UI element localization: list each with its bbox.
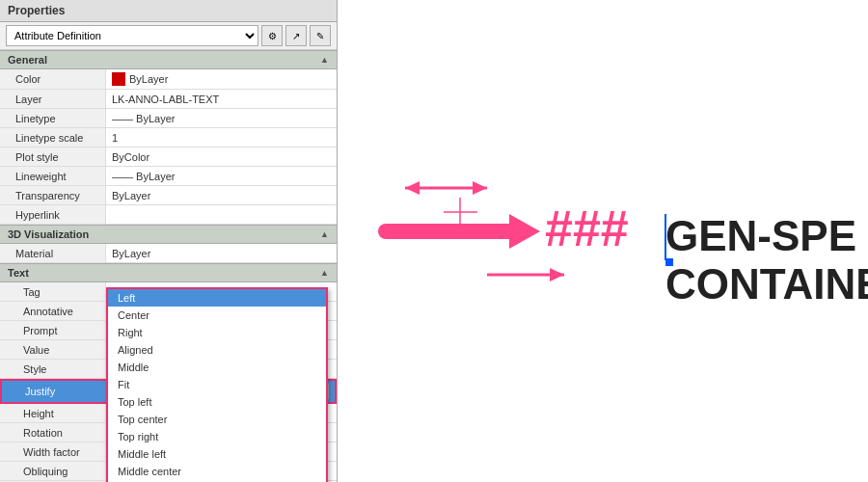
canvas-svg: ### GEN-SPE CONTAINER: [338, 0, 868, 482]
layer-row: Layer LK-ANNO-LABL-TEXT: [0, 90, 337, 109]
linetype-row: Linetype —— ByLayer: [0, 109, 337, 128]
layer-label: Layer: [0, 90, 106, 108]
lineweight-row: Lineweight —— ByLayer: [0, 167, 337, 186]
value-label: Value: [0, 340, 106, 359]
properties-btn-3[interactable]: ✎: [310, 25, 331, 46]
style-label: Style: [0, 360, 106, 378]
material-value[interactable]: ByLayer: [106, 244, 337, 262]
3d-section-header[interactable]: 3D Visualization ▲: [0, 225, 337, 244]
dropdown-item-middle-left[interactable]: Middle left: [108, 445, 326, 463]
general-label: General: [8, 54, 47, 66]
svg-text:###: ###: [545, 201, 629, 256]
properties-btn-2[interactable]: ↗: [285, 25, 307, 46]
text-section-header[interactable]: Text ▲: [0, 263, 337, 282]
width-factor-label: Width factor: [0, 442, 106, 461]
justify-label: Justify: [2, 381, 108, 402]
dropdown-item-middle-center[interactable]: Middle center: [108, 463, 326, 480]
svg-marker-4: [473, 181, 487, 195]
height-label: Height: [0, 404, 106, 422]
linetype-scale-row: Linetype scale 1: [0, 128, 337, 147]
dropdown-item-fit[interactable]: Fit: [108, 376, 326, 393]
linetype-label: Linetype: [0, 109, 106, 127]
obliquing-label: Obliquing: [0, 462, 106, 480]
svg-marker-3: [405, 181, 420, 195]
material-row: Material ByLayer: [0, 244, 337, 263]
color-value[interactable]: ByLayer: [106, 69, 337, 89]
transparency-value[interactable]: ByLayer: [106, 186, 337, 204]
svg-text:CONTAINER: CONTAINER: [665, 260, 868, 308]
lineweight-label: Lineweight: [0, 167, 106, 185]
linetype-scale-value[interactable]: 1: [106, 128, 337, 147]
color-swatch: [112, 72, 125, 86]
general-section-header[interactable]: General ▲: [0, 50, 337, 69]
tag-label: Tag: [0, 282, 106, 301]
transparency-label: Transparency: [0, 186, 106, 204]
dropdown-item-top-right[interactable]: Top right: [108, 428, 326, 445]
svg-marker-8: [550, 268, 564, 281]
dropdown-item-right[interactable]: Right: [108, 324, 326, 341]
properties-panel: Properties Attribute Definition ⚙ ↗ ✎ Ge…: [0, 0, 338, 482]
svg-marker-6: [509, 214, 540, 249]
dropdown-item-top-left[interactable]: Top left: [108, 393, 326, 411]
annotative-label: Annotative: [0, 302, 106, 320]
material-label: Material: [0, 244, 106, 262]
justify-dropdown-list[interactable]: Left Center Right Aligned Middle Fit Top…: [106, 287, 328, 482]
lineweight-value[interactable]: —— ByLayer: [106, 167, 337, 185]
linetype-value[interactable]: —— ByLayer: [106, 109, 337, 127]
rotation-label: Rotation: [0, 423, 106, 442]
3d-collapse-arrow: ▲: [320, 229, 329, 239]
properties-btn-1[interactable]: ⚙: [261, 25, 283, 46]
toolbar-row: Attribute Definition ⚙ ↗ ✎: [0, 22, 337, 50]
linetype-scale-label: Linetype scale: [0, 128, 106, 147]
color-label: Color: [0, 69, 106, 89]
plot-style-value[interactable]: ByColor: [106, 147, 337, 166]
canvas-area: ### GEN-SPE CONTAINER: [338, 0, 868, 482]
prompt-label: Prompt: [0, 321, 106, 339]
dropdown-item-center[interactable]: Center: [108, 307, 326, 324]
transparency-row: Transparency ByLayer: [0, 186, 337, 205]
dropdown-item-middle[interactable]: Middle: [108, 359, 326, 376]
text-label: Text: [8, 267, 29, 279]
color-row: Color ByLayer: [0, 69, 337, 90]
svg-text:GEN-SPE: GEN-SPE: [665, 212, 856, 259]
general-collapse-arrow: ▲: [320, 55, 329, 65]
layer-value[interactable]: LK-ANNO-LABL-TEXT: [106, 90, 337, 108]
3d-label: 3D Visualization: [8, 228, 89, 240]
hyperlink-row: Hyperlink: [0, 205, 337, 225]
dropdown-item-aligned[interactable]: Aligned: [108, 341, 326, 359]
panel-title: Properties: [0, 0, 337, 22]
type-select[interactable]: Attribute Definition: [6, 25, 258, 46]
hyperlink-value[interactable]: [106, 205, 337, 224]
plot-style-row: Plot style ByColor: [0, 147, 337, 167]
dropdown-item-left[interactable]: Left: [108, 289, 326, 307]
dropdown-item-top-center[interactable]: Top center: [108, 411, 326, 428]
plot-style-label: Plot style: [0, 147, 106, 166]
hyperlink-label: Hyperlink: [0, 205, 106, 224]
text-collapse-arrow: ▲: [320, 268, 329, 278]
